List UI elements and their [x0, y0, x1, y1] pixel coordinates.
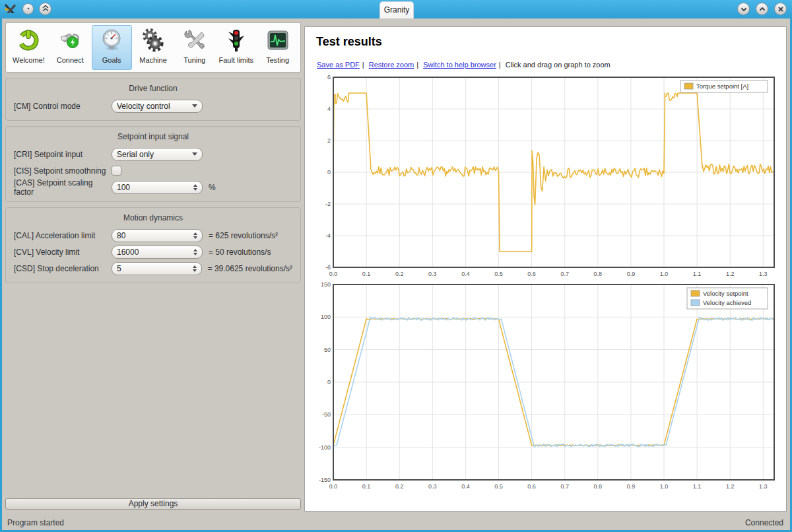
- svg-text:0: 0: [327, 169, 331, 176]
- svg-text:1.1: 1.1: [693, 271, 702, 277]
- spinner-arrows-icon[interactable]: [193, 184, 197, 191]
- svg-text:0.7: 0.7: [560, 271, 569, 277]
- window-content: Welcome! Connect: [2, 18, 790, 530]
- svg-text:Velocity setpoint: Velocity setpoint: [703, 290, 748, 297]
- acceleration-limit-spinbox[interactable]: 80: [112, 229, 203, 242]
- svg-text:1.3: 1.3: [759, 483, 768, 490]
- setpoint-input-select[interactable]: Serial only: [112, 148, 203, 161]
- group-motion-dynamics: Motion dynamics [CAL] Acceleration limit…: [5, 207, 301, 283]
- test-results-panel: Test results Save as PDF| Restore zoom| …: [304, 26, 787, 512]
- toolbar-item-label: Connect: [57, 56, 84, 64]
- traffic-light-icon: [223, 27, 249, 53]
- setpoint-smoothing-checkbox[interactable]: [112, 166, 121, 176]
- svg-text:6: 6: [327, 74, 331, 81]
- titlebar: Granity: [0, 0, 792, 18]
- save-as-pdf-link[interactable]: Save as PDF: [317, 61, 360, 69]
- unit-suffix: = 50 revolutions/s: [209, 248, 271, 257]
- toolbar-item-fault-limits[interactable]: Fault limits: [216, 25, 256, 70]
- window-menu-button[interactable]: [22, 3, 34, 15]
- control-mode-select[interactable]: Velocity control: [112, 100, 203, 113]
- svg-text:Velocity achieved: Velocity achieved: [703, 299, 751, 306]
- svg-text:-100: -100: [319, 444, 331, 451]
- unit-suffix: %: [209, 183, 216, 192]
- app-icon[interactable]: [4, 2, 17, 15]
- svg-text:1.2: 1.2: [726, 483, 735, 490]
- svg-text:1.3: 1.3: [759, 271, 768, 277]
- toolbar-item-label: Welcome!: [13, 56, 45, 64]
- svg-text:-150: -150: [319, 477, 331, 483]
- control-mode-label: [CM] Control mode: [14, 102, 112, 111]
- switch-to-help-browser-link[interactable]: Switch to help browser: [423, 61, 496, 69]
- acceleration-limit-label: [CAL] Acceleration limit: [14, 231, 112, 240]
- svg-text:-2: -2: [325, 201, 331, 207]
- stop-deceleration-spinbox[interactable]: 5: [112, 262, 202, 275]
- svg-text:0: 0: [327, 379, 331, 385]
- setpoint-scaling-label: [CAS] Setpoint scaling factor: [14, 178, 112, 197]
- svg-text:50: 50: [324, 347, 331, 353]
- velocity-limit-spinbox[interactable]: 16000: [112, 246, 203, 259]
- gears-icon: [140, 27, 166, 53]
- spinner-arrows-icon[interactable]: [193, 265, 197, 272]
- apply-settings-button[interactable]: Apply settings: [5, 498, 301, 510]
- spinner-arrows-icon[interactable]: [193, 232, 197, 239]
- svg-text:0.2: 0.2: [395, 271, 404, 277]
- svg-text:100: 100: [321, 314, 331, 320]
- maximize-button[interactable]: [756, 3, 768, 15]
- svg-text:2: 2: [327, 137, 331, 144]
- svg-text:-4: -4: [325, 232, 331, 239]
- power-icon: [15, 27, 42, 53]
- svg-text:-6: -6: [325, 264, 331, 271]
- restore-zoom-link[interactable]: Restore zoom: [369, 61, 414, 69]
- toolbar-item-machine[interactable]: Machine: [133, 25, 174, 70]
- toolbar-item-label: Tuning: [183, 56, 205, 64]
- svg-text:0.1: 0.1: [362, 271, 371, 277]
- svg-text:0.6: 0.6: [527, 271, 536, 277]
- svg-text:0.8: 0.8: [594, 483, 603, 490]
- group-drive-function: Drive function [CM] Control mode Velocit…: [5, 78, 301, 121]
- svg-text:0.9: 0.9: [627, 483, 636, 490]
- setpoint-scaling-spinbox[interactable]: 100: [112, 181, 203, 194]
- setpoint-smoothing-label: [CIS] Setpoint smoothning: [14, 166, 112, 176]
- wrench-icon: [182, 27, 208, 53]
- group-title: Setpoint input signal: [14, 130, 292, 146]
- close-button[interactable]: [774, 3, 787, 15]
- svg-text:1.0: 1.0: [660, 483, 669, 490]
- toolbar-item-connect[interactable]: Connect: [50, 25, 90, 70]
- keep-above-button[interactable]: [39, 3, 51, 15]
- toolbar-item-testing[interactable]: Testing: [257, 25, 298, 70]
- statusbar: Program started Connected: [2, 515, 790, 530]
- toolbar-item-welcome[interactable]: Welcome!: [9, 25, 49, 70]
- velocity-limit-label: [CVL] Velocity limit: [14, 248, 112, 257]
- unit-suffix: = 39.0625 revolutions/s²: [208, 264, 292, 273]
- gauge-icon: [98, 27, 125, 53]
- toolbar-item-goals[interactable]: Goals: [92, 25, 132, 70]
- torque-chart[interactable]: -6-4-202460.00.10.20.30.40.50.60.70.80.9…: [314, 73, 783, 282]
- svg-text:0.1: 0.1: [362, 483, 371, 490]
- toolbar-item-label: Machine: [139, 56, 167, 64]
- main-toolbar: Welcome! Connect: [5, 22, 301, 73]
- svg-text:1.0: 1.0: [660, 271, 669, 277]
- toolbar-item-tuning[interactable]: Tuning: [174, 25, 214, 70]
- svg-text:0.2: 0.2: [395, 483, 404, 490]
- unit-suffix: = 625 revolutions/s²: [209, 231, 278, 240]
- svg-text:1.2: 1.2: [726, 271, 735, 277]
- zoom-hint-text: Click and drag on graph to zoom: [506, 61, 610, 69]
- settings-panel: Welcome! Connect: [5, 22, 301, 283]
- connection-status: Connected: [745, 518, 783, 527]
- toolbar-item-label: Goals: [102, 56, 121, 64]
- connector-icon: [57, 27, 83, 53]
- group-setpoint-input: Setpoint input signal [CRI] Setpoint inp…: [5, 126, 301, 202]
- stop-deceleration-label: [CSD] Stop deceleration: [14, 264, 112, 273]
- oscilloscope-icon: [265, 27, 291, 53]
- window-tab[interactable]: Granity: [380, 1, 414, 18]
- velocity-chart[interactable]: -150-100-500501001500.00.10.20.30.40.50.…: [314, 282, 783, 494]
- toolbar-item-label: Testing: [266, 56, 289, 64]
- minimize-button[interactable]: [737, 3, 750, 15]
- svg-text:0.3: 0.3: [428, 271, 437, 277]
- svg-text:Torque setpoint [A]: Torque setpoint [A]: [696, 83, 748, 90]
- spinner-arrows-icon[interactable]: [193, 249, 197, 255]
- setpoint-input-label: [CRI] Setpoint input: [14, 150, 112, 159]
- svg-text:150: 150: [321, 282, 331, 288]
- chevron-down-icon: [192, 104, 197, 108]
- results-links: Save as PDF| Restore zoom| Switch to hel…: [317, 61, 610, 69]
